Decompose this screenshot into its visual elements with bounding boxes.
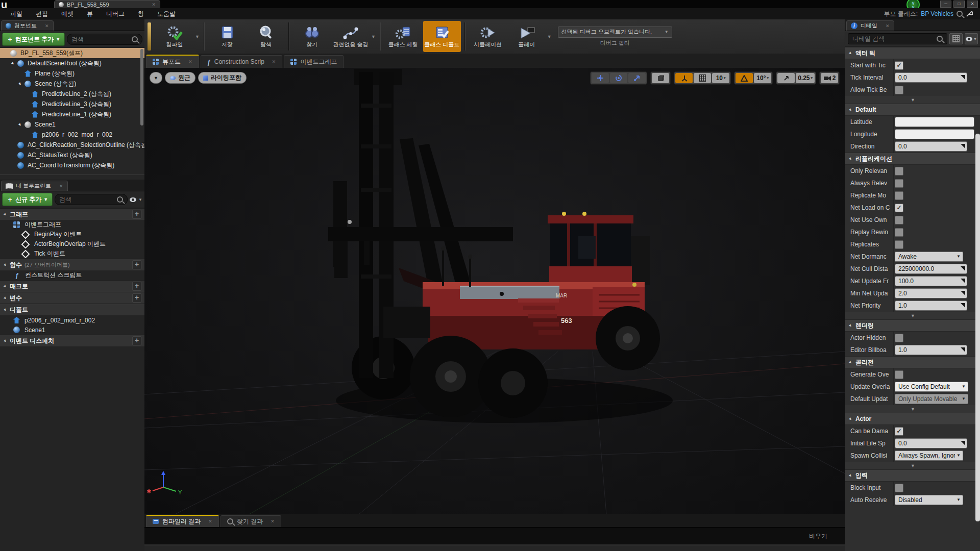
spinner-corner-icon[interactable] xyxy=(961,441,965,445)
section-expander[interactable]: ▼ xyxy=(845,405,980,413)
component-tree-item[interactable]: AC_CoordToTransform (상속됨) xyxy=(0,160,144,170)
details-section-입력[interactable]: ▼입력 xyxy=(845,469,980,482)
expander-icon[interactable]: ▼ xyxy=(9,60,16,66)
close-icon[interactable]: ✕ xyxy=(152,2,156,7)
class-settings-button[interactable]: 클래스 세팅 xyxy=(384,21,422,52)
number-field[interactable]: 2.0 xyxy=(895,288,967,298)
component-tree-item[interactable]: ▼DefaultSceneRoot (상속됨) xyxy=(0,58,144,68)
hide-unrelated-button[interactable]: 관련없음 숨김 xyxy=(332,21,370,52)
component-tree-item[interactable]: AC_ClickReaction_SelectionOutline (상속됨) xyxy=(0,140,144,150)
dropdown[interactable]: Always Spawn, Ignore▼ xyxy=(895,450,963,461)
compile-button[interactable]: 컴파일 xyxy=(156,21,193,52)
rotate-tool-button[interactable] xyxy=(610,73,627,83)
checkbox[interactable]: ✓ xyxy=(895,204,903,212)
checkbox[interactable]: ✓ xyxy=(895,61,903,70)
spinner-corner-icon[interactable] xyxy=(961,291,965,295)
details-search-input[interactable]: 디테일 검색 xyxy=(848,33,947,44)
blueprint-section-디폴트[interactable]: ▼디폴트 xyxy=(0,304,144,315)
blueprint-item[interactable]: ƒ컨스트럭션 스크립트 xyxy=(0,270,144,280)
blueprint-item[interactable]: BeginPlay 이벤트 xyxy=(0,230,144,239)
close-icon[interactable]: ✕ xyxy=(188,59,192,64)
simulate-button[interactable]: 시뮬레이션 xyxy=(469,21,507,52)
menu-item-디버그[interactable]: 디버그 xyxy=(100,8,131,19)
add-icon[interactable]: + xyxy=(132,336,141,345)
text-field[interactable] xyxy=(895,117,974,127)
number-field[interactable]: 0.0 xyxy=(895,72,967,83)
menu-item-파일[interactable]: 파일 xyxy=(4,8,29,19)
rotation-snap-toggle[interactable] xyxy=(736,73,753,83)
chevron-down-icon[interactable]: ▼ xyxy=(195,34,200,39)
class-defaults-button[interactable]: 클래스 디폴트 xyxy=(423,21,461,52)
perspective-button[interactable]: 원근 xyxy=(165,72,195,84)
blueprint-section-이벤트 디스패처[interactable]: ▼이벤트 디스패처+ xyxy=(0,335,144,346)
details-section-액터 틱[interactable]: ▼액터 틱 xyxy=(845,47,980,59)
blueprint-item[interactable]: 이벤트그래프 xyxy=(0,220,144,230)
viewport-options-button[interactable]: ▼ xyxy=(150,72,162,84)
camera-speed-button[interactable]: 2 xyxy=(821,73,838,83)
checkbox[interactable] xyxy=(895,216,903,224)
number-field[interactable]: 0.0 xyxy=(895,141,967,152)
dropdown[interactable]: Use Config Default▼ xyxy=(895,382,968,392)
spinner-corner-icon[interactable] xyxy=(961,144,965,148)
component-tree-item[interactable]: AC_StatusText (상속됨) xyxy=(0,150,144,160)
save-button[interactable]: 저장 xyxy=(208,21,246,52)
find-button[interactable]: 찾기 xyxy=(293,21,331,52)
blueprint-section-함수[interactable]: ▼함수(27 오버라이더블)+ xyxy=(0,259,144,270)
component-tree-item[interactable]: PredictiveLine_3 (상속됨) xyxy=(0,99,144,109)
menu-item-뷰[interactable]: 뷰 xyxy=(81,8,99,19)
menu-item-애셋[interactable]: 애셋 xyxy=(55,8,80,19)
menu-item-도움말[interactable]: 도움말 xyxy=(151,8,182,19)
checkbox[interactable] xyxy=(895,86,903,94)
viewport-3d[interactable]: MAR 563 Y ✱ ▼ 원근 라이팅포함 xyxy=(144,68,845,514)
close-icon[interactable]: ✕ xyxy=(272,59,276,64)
blueprint-item[interactable]: Tick 이벤트 xyxy=(0,249,144,259)
add-icon[interactable]: + xyxy=(132,282,141,291)
tab-details[interactable]: i 디테일 ✕ xyxy=(846,20,894,31)
display-filter-button[interactable]: ▼ xyxy=(965,33,978,44)
checkbox[interactable] xyxy=(895,191,903,200)
component-tree-item[interactable]: PredictiveLine_2 (상속됨) xyxy=(0,89,144,99)
checkbox[interactable] xyxy=(895,370,903,379)
component-tree-item[interactable]: ▼Scene1 xyxy=(0,119,144,130)
expander-icon[interactable]: ▼ xyxy=(16,80,23,87)
blueprint-section-그래프[interactable]: ▼그래프+ xyxy=(0,208,144,220)
browse-parent-icon[interactable] xyxy=(957,11,963,17)
tab-components[interactable]: 컴포넌트 ✕ xyxy=(1,20,54,31)
scale-snap-toggle[interactable] xyxy=(777,73,795,83)
grid-snap-value-button[interactable]: 10▾ xyxy=(712,73,729,83)
component-tree-item[interactable]: BP_FL_558_559(셀프) xyxy=(0,48,144,58)
component-tree-item[interactable]: ▼Scene (상속됨) xyxy=(0,79,144,89)
details-section-Default[interactable]: ▼Default xyxy=(845,104,980,116)
checkbox[interactable]: ✓ xyxy=(895,427,903,436)
spinner-corner-icon[interactable] xyxy=(961,347,965,352)
scale-snap-value-button[interactable]: 0.25▾ xyxy=(796,73,815,83)
tab-construction-script[interactable]: ƒ Construction Scrip ✕ xyxy=(201,55,283,68)
maximize-icon[interactable]: □ xyxy=(953,1,965,8)
details-scrollbar[interactable] xyxy=(975,134,980,521)
translate-tool-button[interactable] xyxy=(592,73,609,83)
chevron-down-icon[interactable]: ▼ xyxy=(371,34,376,39)
number-field[interactable]: 0.0 xyxy=(895,438,967,448)
property-matrix-button[interactable] xyxy=(949,33,963,44)
add-new-button[interactable]: ＋ 신규 추가 ▼ xyxy=(2,193,53,206)
checkbox[interactable] xyxy=(895,179,903,188)
menu-item-편집[interactable]: 편집 xyxy=(30,8,54,19)
debug-object-dropdown[interactable]: 선택된 디버그 오브젝트가 없습니다. ▼ xyxy=(558,27,672,38)
parent-class-link[interactable]: BP Vehicles xyxy=(921,10,953,17)
dropdown[interactable]: Only Update Movable▼ xyxy=(895,394,968,404)
my-blueprint-search-input[interactable]: 검색 xyxy=(55,194,128,205)
number-field[interactable]: 100.0 xyxy=(895,276,967,286)
add-component-button[interactable]: ＋ 컴포넌트 추가 ▼ xyxy=(2,33,65,46)
checkbox[interactable] xyxy=(895,334,903,342)
section-expander[interactable]: ▼ xyxy=(845,96,980,104)
blueprint-section-변수[interactable]: ▼변수+ xyxy=(0,292,144,304)
expander-icon[interactable]: ▼ xyxy=(16,121,23,128)
grid-snap-toggle[interactable] xyxy=(694,73,711,83)
document-tab[interactable]: BP_FL_558_559 ✕ xyxy=(54,0,160,9)
blueprint-item[interactable]: Scene1 xyxy=(0,325,144,335)
component-tree-item[interactable]: PredictiveLine_1 (상속됨) xyxy=(0,109,144,119)
close-icon[interactable]: ✕ xyxy=(59,184,63,189)
spinner-corner-icon[interactable] xyxy=(961,279,965,283)
spinner-corner-icon[interactable] xyxy=(961,303,965,308)
details-section-렌더링[interactable]: ▼렌더링 xyxy=(845,319,980,332)
